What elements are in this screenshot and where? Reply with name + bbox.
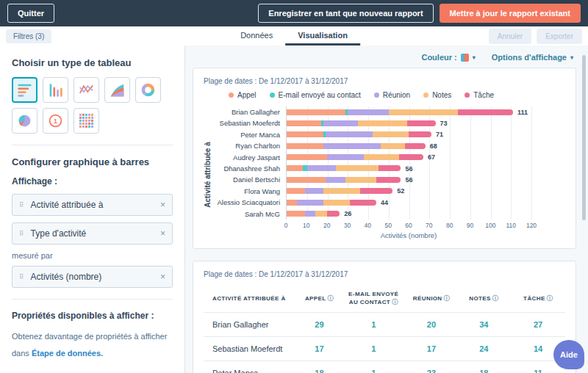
legend-item[interactable]: Réunion — [374, 91, 410, 99]
bar-segment[interactable] — [287, 211, 305, 217]
stacked-bar — [287, 200, 376, 206]
chart-type-number-icon[interactable]: 1 — [43, 108, 68, 134]
legend-item[interactable]: Notes — [423, 91, 451, 99]
update-existing-report-button[interactable]: Mettre à jour le rapport existant — [440, 4, 581, 23]
bar-segment[interactable] — [326, 177, 346, 183]
field-pill-label: Activités (nombre) — [31, 272, 102, 282]
legend-item[interactable]: Tâche — [465, 91, 494, 99]
info-icon[interactable]: ⓘ — [444, 295, 450, 302]
chart-type-pie-icon[interactable] — [12, 108, 37, 134]
bar-segment[interactable] — [323, 120, 358, 126]
bar-segment[interactable] — [305, 211, 315, 217]
bar-segment[interactable] — [287, 109, 345, 115]
bar-segment[interactable] — [287, 188, 305, 194]
bar-segment[interactable] — [287, 177, 326, 183]
bar-segment[interactable] — [399, 154, 423, 160]
bar-segment[interactable] — [364, 154, 398, 160]
chart-type-area-icon[interactable] — [104, 77, 130, 103]
legend-item[interactable]: E-mail envoyé au contact — [270, 91, 361, 99]
bar-segment[interactable] — [345, 177, 376, 183]
bar-segment[interactable] — [287, 154, 327, 160]
bar-segment[interactable] — [326, 131, 373, 137]
table-cell-value[interactable]: 20 — [406, 313, 456, 337]
save-as-new-report-button[interactable]: Enregistrer en tant que nouveau rapport — [258, 4, 433, 23]
chart-type-line-icon[interactable] — [74, 77, 99, 103]
display-options-dropdown[interactable]: Options d'affichage ▾ — [492, 53, 573, 62]
bar-segment[interactable] — [373, 131, 409, 137]
chart-type-donut-icon[interactable] — [135, 77, 161, 103]
table-cell-value[interactable]: 18 — [456, 361, 511, 373]
quit-button[interactable]: Quitter — [7, 4, 54, 23]
bar-segment[interactable] — [458, 109, 513, 115]
table-header-row: Activité attribuée àAppelⓘE-mail envoyé … — [204, 284, 565, 313]
bar-segment[interactable] — [389, 109, 458, 115]
drag-handle-icon[interactable]: ⠿ — [19, 201, 24, 209]
table-cell-value[interactable]: 23 — [406, 361, 456, 373]
bar-segment[interactable] — [348, 109, 388, 115]
bar-segment[interactable] — [287, 131, 323, 137]
bar-segment[interactable] — [409, 131, 431, 137]
vertical-scrollbar[interactable] — [582, 55, 586, 220]
chart-type-vertical-bar-icon[interactable] — [43, 77, 68, 103]
tab-donnees[interactable]: Données — [228, 26, 285, 46]
bar-segment[interactable] — [287, 200, 297, 206]
bar-segment[interactable] — [287, 165, 303, 171]
info-icon[interactable]: ⓘ — [492, 295, 498, 302]
legend-label: Réunion — [383, 91, 410, 99]
bar-segment[interactable] — [287, 143, 323, 149]
bar-segment[interactable] — [376, 177, 401, 183]
field-pill-type-activite[interactable]: ⠿ Type d'activité × — [12, 222, 173, 245]
table-cell-value[interactable]: 24 — [456, 337, 511, 361]
table-cell-value[interactable]: 17 — [298, 337, 341, 361]
bar-segment[interactable] — [307, 165, 336, 171]
table-cell-value[interactable]: 17 — [406, 337, 456, 361]
stacked-bar — [287, 143, 426, 149]
bar-segment[interactable] — [323, 143, 381, 149]
table-cell-value[interactable]: 1 — [341, 313, 406, 337]
bar-segment[interactable] — [350, 200, 376, 206]
bar-segment[interactable] — [381, 143, 405, 149]
table-cell-value[interactable]: 27 — [511, 313, 565, 337]
info-icon[interactable]: ⓘ — [547, 295, 553, 302]
bar-segment[interactable] — [360, 188, 392, 194]
legend-item[interactable]: Appel — [229, 91, 257, 99]
table-cell-value[interactable]: 29 — [298, 313, 341, 337]
export-button[interactable]: Exporter — [537, 29, 582, 44]
bar-segment[interactable] — [327, 211, 340, 217]
tab-visualisation[interactable]: Visualisation — [285, 26, 360, 46]
field-pill-activites-nombre[interactable]: ⠿ Activités (nombre) × — [12, 266, 173, 288]
help-button[interactable]: Aide — [553, 340, 584, 369]
cancel-button[interactable]: Annuler — [489, 29, 531, 44]
filters-button[interactable]: Filtres (3) — [6, 29, 51, 43]
chart-type-horizontal-bar-icon[interactable] — [12, 77, 37, 103]
remove-icon[interactable]: × — [160, 272, 165, 282]
bar-segment[interactable] — [405, 143, 426, 149]
color-dropdown[interactable]: Couleur : ▾ — [421, 53, 475, 62]
bar-segment[interactable] — [305, 188, 323, 194]
drag-handle-icon[interactable]: ⠿ — [19, 273, 24, 280]
bar-segment[interactable] — [287, 120, 321, 126]
remove-icon[interactable]: × — [160, 228, 165, 239]
info-icon[interactable]: ⓘ — [392, 299, 398, 305]
remove-icon[interactable]: × — [160, 200, 165, 210]
bar-segment[interactable] — [407, 120, 436, 126]
bar-segment[interactable] — [358, 120, 407, 126]
chart-type-table-icon[interactable] — [74, 108, 99, 134]
bar-segment[interactable] — [315, 211, 328, 217]
field-pill-activite-attribuee[interactable]: ⠿ Activité attribuée à × — [12, 194, 173, 216]
svg-text:1: 1 — [54, 117, 57, 125]
data-step-link[interactable]: Étape de données. — [32, 349, 103, 358]
bar-segment[interactable] — [323, 200, 350, 206]
bar-segment[interactable] — [323, 188, 360, 194]
bar-segment[interactable] — [336, 165, 379, 171]
bar-segment[interactable] — [297, 200, 323, 206]
table-cell-value[interactable]: 1 — [341, 361, 406, 373]
table-cell-value[interactable]: 1 — [341, 337, 406, 361]
table-cell-value[interactable]: 18 — [298, 361, 341, 373]
table-cell-value[interactable]: 34 — [456, 313, 511, 337]
info-icon[interactable]: ⓘ — [328, 295, 334, 302]
bar-segment[interactable] — [327, 154, 364, 160]
bar-segment[interactable] — [379, 165, 401, 171]
bar-row: 56 — [287, 163, 531, 174]
drag-handle-icon[interactable]: ⠿ — [19, 230, 24, 237]
